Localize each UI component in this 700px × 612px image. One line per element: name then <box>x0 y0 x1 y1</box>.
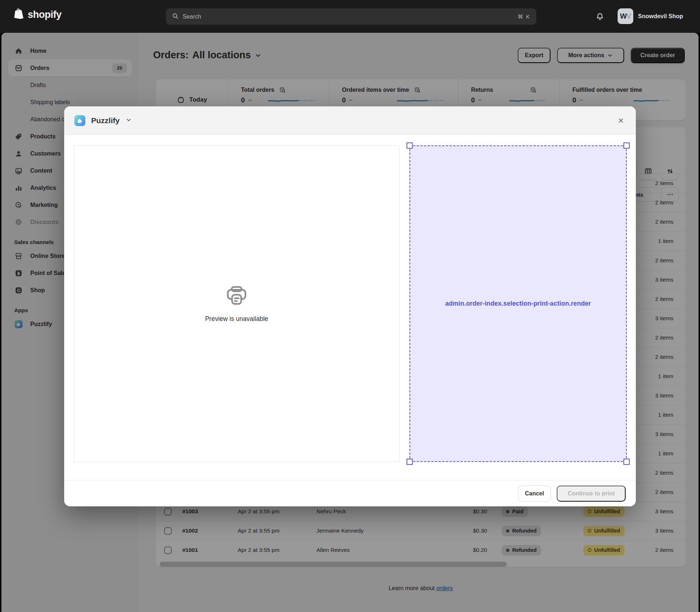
topbar: shopify Search ⌘ K WV Snowdevil Shop <box>0 0 700 33</box>
close-icon[interactable] <box>615 115 626 126</box>
account-menu[interactable]: WV Snowdevil Shop <box>618 8 683 24</box>
print-preview-panel: Preview is unavailable <box>74 145 400 462</box>
cancel-button[interactable]: Cancel <box>518 486 551 502</box>
shopify-bag-icon <box>13 8 24 21</box>
selection-handle-bottom-left[interactable] <box>407 459 413 465</box>
puzzlify-app-icon <box>74 115 85 126</box>
modal-app-title: Puzzlify <box>91 116 120 125</box>
global-search-input[interactable]: Search ⌘ K <box>166 8 536 25</box>
search-shortcut: ⌘ K <box>518 13 530 20</box>
modal-footer: Cancel Continue to print <box>64 480 636 506</box>
selection-handle-top-left[interactable] <box>407 142 413 149</box>
avatar-initial-2: V <box>626 12 631 20</box>
selection-handle-top-right[interactable] <box>623 142 630 149</box>
selection-handle-bottom-right[interactable] <box>623 459 630 465</box>
print-selection-region[interactable]: admin.order-index.selection-print-action… <box>409 145 627 462</box>
search-icon <box>172 12 179 21</box>
shopify-admin-screen: shopify Search ⌘ K WV Snowdevil Shop Hom… <box>0 0 700 612</box>
shopify-logo: shopify <box>13 8 62 21</box>
shopify-wordmark: shopify <box>28 9 62 20</box>
notifications-button[interactable] <box>595 12 604 23</box>
extension-render-target-label: admin.order-index.selection-print-action… <box>445 300 591 307</box>
continue-to-print-button[interactable]: Continue to print <box>557 486 626 502</box>
search-placeholder: Search <box>183 13 518 20</box>
shop-avatar: WV <box>618 8 633 24</box>
preview-unavailable-text: Preview is unavailable <box>205 315 268 323</box>
chevron-down-icon[interactable] <box>125 117 132 125</box>
printer-icon <box>225 285 248 307</box>
modal-header: Puzzlify <box>64 106 636 135</box>
avatar-initial-1: W <box>620 12 626 20</box>
puzzlify-print-modal: Puzzlify Preview is unavailable admin.or… <box>64 106 636 506</box>
shop-name: Snowdevil Shop <box>638 13 683 20</box>
